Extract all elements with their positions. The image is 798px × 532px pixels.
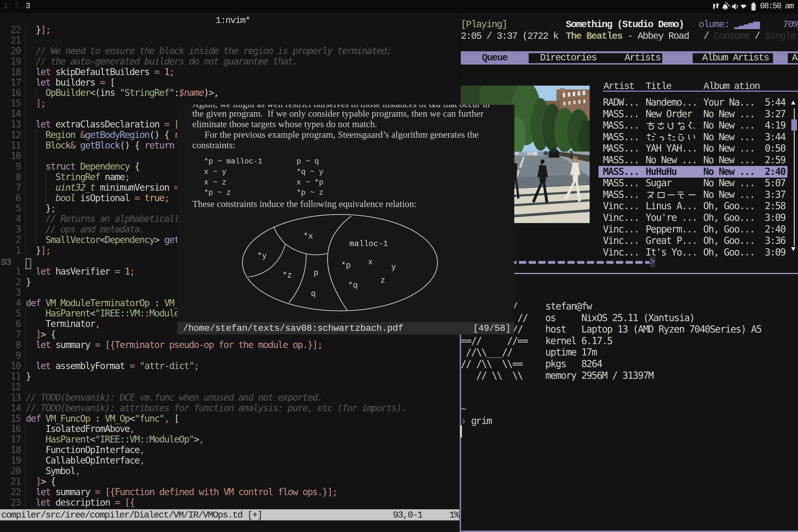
svg-text:p: p xyxy=(314,268,318,278)
svg-text:*y: *y xyxy=(257,252,267,261)
svg-text:*z: *z xyxy=(282,271,292,280)
svg-text:malloc-1: malloc-1 xyxy=(349,240,388,249)
svg-text:*x: *x xyxy=(303,232,313,241)
svg-text:q: q xyxy=(311,289,316,299)
svg-text:x: x xyxy=(368,258,373,267)
svg-text:z: z xyxy=(380,276,385,285)
svg-text:*p: *p xyxy=(341,261,351,270)
svg-text:y: y xyxy=(391,263,396,272)
svg-text:*q: *q xyxy=(348,281,358,290)
